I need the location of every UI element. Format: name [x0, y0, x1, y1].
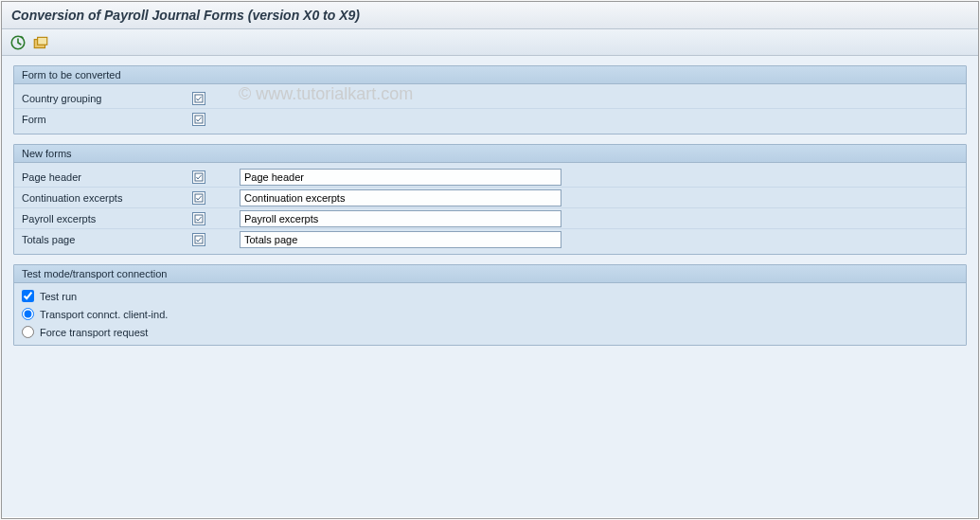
label-force-transport[interactable]: Force transport request	[40, 327, 148, 338]
radio-force-transport[interactable]	[22, 326, 34, 338]
valuehelp-icon[interactable]	[192, 170, 205, 184]
label-transport-client[interactable]: Transport connct. client-ind.	[40, 309, 168, 320]
new-form-helper	[192, 233, 240, 246]
label-new-form: Page header	[22, 171, 192, 183]
svg-rect-4	[195, 116, 203, 123]
content-area: © www.tutorialkart.com Form to be conver…	[2, 56, 978, 517]
row-force-transport: Force transport request	[14, 323, 966, 341]
window-title: Conversion of Payroll Journal Forms (ver…	[11, 8, 360, 23]
checkbox-test-run[interactable]	[22, 290, 34, 302]
group-header: Test mode/transport connection	[14, 265, 966, 283]
execute-button[interactable]	[9, 34, 27, 51]
valuehelp-icon[interactable]	[192, 233, 205, 246]
form-select-helper	[192, 113, 240, 126]
group-body: Test run Transport connct. client-ind. F…	[14, 283, 966, 345]
title-bar: Conversion of Payroll Journal Forms (ver…	[2, 2, 978, 29]
row-transport-client: Transport connct. client-ind.	[14, 305, 966, 323]
svg-rect-7	[195, 215, 203, 223]
field-cell	[240, 169, 561, 186]
new-form-helper	[192, 170, 240, 184]
group-test-mode: Test mode/transport connection Test run …	[13, 264, 967, 346]
radio-transport-client[interactable]	[22, 308, 34, 320]
input-new-form[interactable]	[240, 169, 561, 186]
field-cell	[240, 189, 561, 206]
valuehelp-country-icon[interactable]	[192, 92, 205, 105]
country-select-helper	[192, 92, 240, 105]
row-new-form: Totals page	[14, 229, 966, 250]
valuehelp-icon[interactable]	[192, 191, 205, 205]
group-form-to-convert: Form to be converted Country grouping Fo…	[13, 65, 967, 134]
new-form-helper	[192, 212, 240, 225]
valuehelp-icon[interactable]	[192, 212, 205, 225]
input-new-form[interactable]	[240, 210, 561, 227]
variant-button[interactable]	[32, 34, 49, 51]
label-test-run[interactable]: Test run	[40, 291, 77, 302]
group-header: New forms	[14, 145, 966, 163]
label-new-form: Continuation excerpts	[22, 192, 192, 204]
group-new-forms: New forms Page headerContinuation excerp…	[13, 144, 967, 255]
variant-folder-icon	[32, 34, 49, 51]
row-new-form: Payroll excerpts	[14, 208, 966, 229]
toolbar	[2, 29, 978, 56]
group-header: Form to be converted	[14, 66, 966, 84]
valuehelp-form-icon[interactable]	[192, 113, 205, 126]
row-test-run: Test run	[14, 287, 966, 305]
input-new-form[interactable]	[240, 231, 561, 248]
svg-rect-6	[195, 194, 203, 202]
clock-execute-icon	[9, 34, 27, 51]
svg-rect-2	[38, 37, 47, 45]
label-new-form: Payroll excerpts	[22, 213, 192, 224]
row-new-form: Page header	[14, 167, 966, 188]
input-new-form[interactable]	[240, 189, 561, 206]
label-country-grouping: Country grouping	[22, 93, 192, 104]
label-form: Form	[22, 114, 192, 125]
new-form-helper	[192, 191, 240, 205]
field-cell	[240, 231, 561, 248]
app-window: Conversion of Payroll Journal Forms (ver…	[1, 1, 979, 519]
field-cell	[240, 210, 561, 227]
svg-rect-8	[195, 236, 203, 243]
svg-rect-5	[195, 173, 203, 181]
group-body: Page headerContinuation excerptsPayroll …	[14, 163, 966, 254]
row-new-form: Continuation excerpts	[14, 188, 966, 208]
group-body: Country grouping Form	[14, 84, 966, 134]
row-form: Form	[14, 109, 966, 130]
svg-rect-3	[195, 95, 203, 102]
row-country-grouping: Country grouping	[14, 88, 966, 109]
label-new-form: Totals page	[22, 234, 192, 245]
